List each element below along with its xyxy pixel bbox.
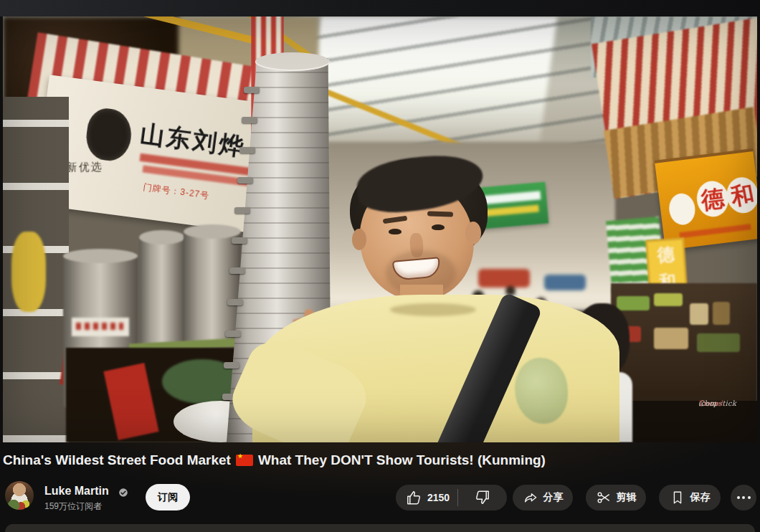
clip-label: 剪辑 [617,491,637,504]
like-button[interactable]: 2150 [396,485,457,510]
yellow-bag [11,232,46,312]
page-background-top [0,0,760,16]
bookmark-icon [670,490,685,505]
save-label: 保存 [690,491,711,504]
share-button[interactable]: 分享 [513,485,573,510]
durian-shirt-graphic [515,358,568,424]
host-eye [432,224,445,230]
watermark-text: .com [698,399,716,407]
dislike-button[interactable] [458,485,507,510]
like-dislike-pill: 2150 [396,485,507,510]
video-title-part2: What They DON'T Show Tourists! (Kunming) [258,452,546,467]
sign-character: 德 [657,244,675,265]
sign-character: 和 [723,175,757,216]
sign-logo-circle [668,192,697,227]
watch-page: 山东刘烨 门牌号：3-27号 新优选 [0,0,760,532]
steamer-rim [255,52,330,71]
more-dot [742,496,745,499]
channel-name[interactable]: Luke Martin [44,485,109,498]
clip-button[interactable]: 剪辑 [586,485,646,510]
stall-address-text: 门牌号：3-27号 [143,181,210,202]
video-title: China's Wildest Street Food Market★What … [3,452,720,468]
video-player[interactable]: 山东刘烨 门牌号：3-27号 新优选 [3,16,757,442]
verified-badge-icon [118,488,128,498]
host-eyebrow [427,211,453,217]
pot-label [72,318,129,336]
subscribe-button[interactable]: 订阅 [146,484,190,510]
scissors-icon [596,490,612,505]
shirt-collar-shadow [390,303,476,316]
share-label: 分享 [543,491,564,504]
flag-star: ★ [237,452,243,460]
channel-avatar[interactable] [5,481,34,510]
steel-pot [184,230,241,342]
china-flag-icon: ★ [236,455,253,466]
more-dot [737,496,740,499]
video-title-part1: China's Wildest Street Food Market [3,452,231,467]
share-icon [523,490,538,505]
description-box[interactable] [5,524,755,532]
sign-character: 德 [695,179,731,219]
stall-calligraphy-text: 新优选 [67,161,103,174]
right-stall-sign: 德 和 [655,148,757,250]
host-ear [352,229,366,250]
like-count: 2150 [427,492,450,503]
save-button[interactable]: 保存 [659,485,721,510]
host-ear [465,222,481,244]
stall-logo [84,106,135,163]
thumbs-up-icon [405,489,422,506]
thumbs-down-icon [474,489,491,506]
host-eye [389,229,402,234]
subscriber-count: 159万位订阅者 [44,500,102,513]
sign-subtext-blur [679,224,751,238]
more-dot [748,496,751,499]
more-actions-button[interactable] [731,485,756,510]
